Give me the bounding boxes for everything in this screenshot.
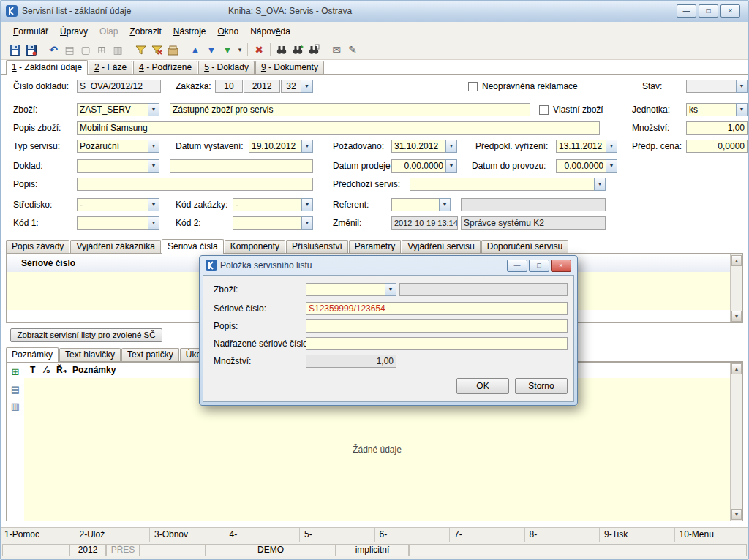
- popis-field[interactable]: [77, 178, 313, 191]
- doklad-input[interactable]: [77, 159, 148, 173]
- zakazka-dropdown-button[interactable]: ▼: [301, 80, 313, 93]
- zbozi-name-field[interactable]: Zástupné zboží pro servis: [170, 103, 530, 116]
- mail-icon[interactable]: ✉: [329, 42, 344, 57]
- menu-zobrazit[interactable]: Zobrazit: [124, 24, 167, 39]
- predchozi-servis-dropdown-button[interactable]: ▼: [594, 178, 606, 191]
- save-icon[interactable]: [7, 42, 22, 57]
- fkey-5[interactable]: 5-: [300, 528, 375, 542]
- typ-servisu-input[interactable]: Pozáruční: [77, 140, 148, 153]
- tab-prislusenstvi[interactable]: Příslušenství: [286, 240, 348, 253]
- tab-poznamky[interactable]: Poznámky: [6, 347, 59, 362]
- card-file-icon[interactable]: [165, 42, 180, 57]
- datum-do-provozu-input[interactable]: 0.00.0000: [556, 159, 606, 173]
- arrow-down-green-icon[interactable]: ▼: [220, 42, 235, 57]
- predp-cena-field[interactable]: 0,0000: [686, 140, 748, 153]
- save-all-icon[interactable]: [23, 42, 38, 57]
- referent-dropdown-button[interactable]: ▼: [439, 198, 451, 211]
- dialog-minimize-button[interactable]: —: [507, 260, 527, 272]
- storno-button[interactable]: Storno: [515, 378, 568, 394]
- tab-vyjadreni-zakaznika[interactable]: Vyjádření zákazníka: [70, 240, 161, 253]
- dialog-zbozi-dropdown-button[interactable]: ▼: [385, 283, 396, 296]
- dialog-seriove-cislo-field[interactable]: S12359999/123654: [306, 302, 568, 315]
- doklad-name-field[interactable]: [170, 159, 313, 173]
- show-service-lists-button[interactable]: Zobrazit servisní listy pro zvolené SČ: [10, 328, 162, 342]
- jednotka-input[interactable]: ks: [686, 103, 736, 116]
- find-document-icon[interactable]: [306, 42, 321, 57]
- new-note-icon[interactable]: ⊞: [10, 366, 21, 378]
- find-next-icon[interactable]: [290, 42, 305, 57]
- fkey-1-pomoc[interactable]: 1-Pomoc: [0, 528, 75, 542]
- predchozi-servis-input[interactable]: [410, 178, 594, 191]
- typ-servisu-dropdown-button[interactable]: ▼: [148, 140, 159, 153]
- menu-okno[interactable]: Okno: [211, 24, 244, 39]
- datum-vystaveni-input[interactable]: 19.10.2012: [249, 140, 301, 153]
- tab-zakladni-udaje[interactable]: 1 - Základní údaje: [6, 60, 88, 75]
- fkey-7[interactable]: 7-: [450, 528, 525, 542]
- copy-note-icon[interactable]: ▤: [10, 384, 21, 396]
- filter-clear-icon[interactable]: [149, 42, 164, 57]
- fkey-4[interactable]: 4-: [225, 528, 301, 542]
- datum-prodeje-dropdown-button[interactable]: ▼: [445, 159, 457, 173]
- menu-nastroje[interactable]: Nástroje: [168, 24, 212, 39]
- pozadovano-dropdown-button[interactable]: ▼: [445, 140, 457, 153]
- doklad-dropdown-button[interactable]: ▼: [148, 159, 159, 173]
- kod1-input[interactable]: [77, 216, 148, 230]
- arrow-down-icon[interactable]: ▼: [204, 42, 219, 57]
- fkey-8[interactable]: 8-: [525, 528, 601, 542]
- menu-formular[interactable]: Formulář: [7, 24, 54, 39]
- fkey-2-uloz[interactable]: 2-Ulož: [75, 528, 151, 542]
- maximize-button[interactable]: □: [699, 4, 718, 18]
- referent-input[interactable]: [391, 198, 439, 211]
- kod-zakazky-dropdown-button[interactable]: ▼: [301, 198, 313, 211]
- popis-zbozi-field[interactable]: Mobilní Samsung: [77, 121, 600, 135]
- jednotka-dropdown-button[interactable]: ▼: [736, 103, 748, 116]
- tab-faze[interactable]: 2 - Fáze: [89, 61, 132, 74]
- fkey-6[interactable]: 6-: [375, 528, 451, 542]
- minimize-button[interactable]: —: [677, 4, 696, 18]
- notes-scrollbar[interactable]: ▲ ▼: [730, 363, 742, 521]
- predpokl-vyrizeni-input[interactable]: 13.11.2012: [556, 140, 606, 153]
- tab-komponenty[interactable]: Komponenty: [225, 240, 285, 253]
- dialog-maximize-button[interactable]: □: [529, 260, 549, 272]
- scroll-down-icon[interactable]: ▼: [731, 509, 742, 520]
- tab-popis-zavady[interactable]: Popis závady: [6, 240, 69, 253]
- stav-dropdown-button[interactable]: ▼: [736, 80, 748, 93]
- scroll-down-icon[interactable]: ▼: [731, 311, 742, 322]
- stredisko-input[interactable]: -: [77, 198, 148, 211]
- serial-scrollbar[interactable]: ▲ ▼: [730, 254, 742, 322]
- delete-icon[interactable]: ✖: [252, 42, 266, 57]
- scroll-up-icon[interactable]: ▲: [731, 363, 742, 374]
- mnozstvi-field[interactable]: 1,00: [686, 121, 748, 135]
- kod-zakazky-input[interactable]: -: [233, 198, 301, 211]
- dropdown-icon[interactable]: ▾: [236, 42, 244, 57]
- tab-parametry[interactable]: Parametry: [349, 240, 401, 253]
- vlastni-zbozi-checkbox[interactable]: [539, 105, 549, 115]
- datum-prodeje-input[interactable]: 0.00.0000: [391, 159, 445, 173]
- tab-vyjadreni-servisu[interactable]: Vyjádření servisu: [402, 240, 481, 253]
- menu-napoveda[interactable]: Nápověda: [244, 24, 296, 39]
- arrow-up-icon[interactable]: ▲: [188, 42, 203, 57]
- kod1-dropdown-button[interactable]: ▼: [148, 216, 159, 230]
- dialog-zbozi-input[interactable]: [306, 283, 385, 296]
- close-button[interactable]: ×: [720, 4, 740, 18]
- paste-note-icon[interactable]: ▥: [10, 401, 21, 412]
- fkey-9-tisk[interactable]: 9-Tisk: [600, 528, 675, 542]
- tab-doklady[interactable]: 5 - Doklady: [198, 61, 255, 74]
- fkey-3-obnov[interactable]: 3-Obnov: [150, 528, 225, 542]
- neopravnena-reklamace-checkbox[interactable]: [468, 82, 478, 91]
- tab-podrizene[interactable]: 4 - Podřízené: [133, 61, 197, 74]
- dialog-popis-field[interactable]: [306, 319, 568, 333]
- menu-upravy[interactable]: Úpravy: [54, 24, 94, 39]
- kod2-input[interactable]: [233, 216, 301, 230]
- scroll-up-icon[interactable]: ▲: [731, 255, 742, 266]
- datum-do-provozu-dropdown-button[interactable]: ▼: [606, 159, 617, 173]
- predpokl-vyrizeni-dropdown-button[interactable]: ▼: [606, 140, 617, 153]
- zbozi-dropdown-button[interactable]: ▼: [148, 103, 159, 116]
- tab-text-paticky[interactable]: Text patičky: [121, 348, 179, 361]
- datum-vystaveni-dropdown-button[interactable]: ▼: [301, 140, 313, 153]
- find-icon[interactable]: [274, 42, 289, 57]
- tab-dokumenty[interactable]: 9 - Dokumenty: [255, 61, 324, 74]
- undo-icon[interactable]: ↶: [46, 42, 61, 57]
- edit-icon[interactable]: ✎: [345, 42, 360, 57]
- tab-text-hlavicky[interactable]: Text hlavičky: [59, 348, 121, 361]
